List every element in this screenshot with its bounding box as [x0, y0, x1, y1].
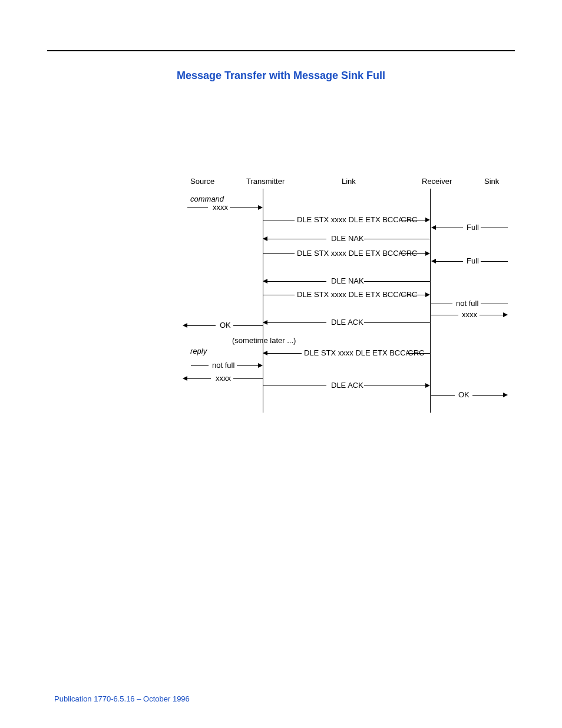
arrow-sink-3b — [481, 304, 508, 304]
arrow-link-2a — [267, 239, 326, 239]
arrow-link-7b — [406, 353, 430, 354]
label-dlenak-1: DLE NAK — [331, 234, 364, 243]
label-xxxx-3: xxxx — [216, 374, 231, 383]
col-header-link: Link — [342, 177, 356, 186]
arrow-link-8a — [263, 386, 326, 386]
label-ok-1: OK — [220, 321, 231, 330]
label-reply: reply — [190, 347, 207, 355]
arrow-link-3a — [263, 253, 295, 254]
arrow-link-1a — [263, 220, 295, 220]
arrowhead-l-2 — [263, 236, 267, 241]
label-full-1: Full — [467, 223, 479, 232]
arrow-link-2b — [364, 239, 430, 239]
arrow-link-3b — [399, 253, 425, 254]
arrowhead-r-7 — [425, 383, 430, 388]
arrowhead-r-4 — [425, 292, 430, 297]
arrow-sink-2a — [436, 261, 463, 262]
sequence-diagram: Source Transmitter Link Receiver Sink co… — [187, 177, 521, 424]
horizontal-rule — [47, 50, 515, 51]
col-header-source: Source — [190, 177, 214, 186]
col-header-sink: Sink — [484, 177, 499, 186]
lifeline-transmitter — [263, 189, 263, 413]
arrow-link-6b — [364, 322, 430, 323]
arrowhead-l-6 — [183, 323, 187, 328]
arrowhead-r-1 — [258, 205, 263, 210]
label-xxxx-1: xxxx — [213, 203, 228, 212]
arrowhead-r-2 — [425, 218, 430, 222]
arrow-tx-src-2b — [233, 378, 263, 379]
label-dleack-2: DLE ACK — [331, 381, 363, 390]
arrow-sink-1a — [436, 228, 463, 228]
arrow-link-1b — [399, 220, 425, 220]
arrow-src-tx-2b — [237, 365, 258, 366]
arrowhead-r-8 — [503, 393, 508, 397]
arrow-sink-2b — [481, 261, 508, 262]
arrow-link-4b — [364, 281, 430, 282]
col-header-transmitter: Transmitter — [246, 177, 285, 186]
arrow-link-7a — [267, 353, 302, 354]
label-full-2: Full — [467, 256, 479, 265]
lifeline-receiver — [430, 189, 431, 413]
arrowhead-r-5 — [503, 312, 508, 317]
page-title: Message Transfer with Message Sink Full — [0, 70, 562, 82]
arrow-link-6a — [267, 322, 326, 323]
arrowhead-l-7 — [263, 351, 267, 355]
arrow-sink-5a — [431, 395, 455, 396]
publication-footer: Publication 1770-6.5.16 – October 1996 — [54, 694, 190, 703]
label-command: command — [190, 195, 224, 203]
label-xxxx-2: xxxx — [462, 310, 477, 319]
arrowhead-l-4 — [263, 279, 267, 284]
arrow-sink-4b — [480, 315, 503, 315]
arrow-sink-1b — [481, 228, 508, 228]
label-notfull-1: not full — [456, 299, 478, 308]
arrow-link-5b — [399, 295, 425, 295]
col-header-receiver: Receiver — [422, 177, 452, 186]
arrowhead-r-3 — [425, 251, 430, 256]
arrowhead-l-3 — [431, 259, 436, 263]
label-ok-2: OK — [458, 390, 470, 399]
arrowhead-l-1 — [431, 225, 436, 230]
arrow-link-4a — [267, 281, 326, 282]
arrow-link-5a — [263, 295, 295, 295]
label-notfull-2: not full — [212, 361, 234, 370]
arrowhead-l-8 — [183, 376, 187, 381]
label-sometime-later: (sometime later ...) — [232, 336, 296, 345]
short-line-1 — [187, 207, 208, 208]
arrow-sink-5b — [472, 395, 503, 396]
label-dleack-1: DLE ACK — [331, 318, 363, 327]
arrow-link-8b — [364, 386, 425, 386]
arrowhead-l-5 — [263, 320, 267, 325]
arrowhead-r-6 — [258, 363, 263, 368]
arrow-tx-src-1b — [233, 325, 263, 326]
arrow-src-tx-1 — [230, 207, 258, 208]
label-dlenak-2: DLE NAK — [331, 276, 364, 285]
arrow-tx-src-2a — [187, 378, 211, 379]
arrow-sink-4a — [431, 315, 458, 315]
arrow-src-tx-2a — [191, 365, 209, 366]
arrow-tx-src-1a — [187, 325, 216, 326]
arrow-sink-3a — [431, 304, 452, 304]
